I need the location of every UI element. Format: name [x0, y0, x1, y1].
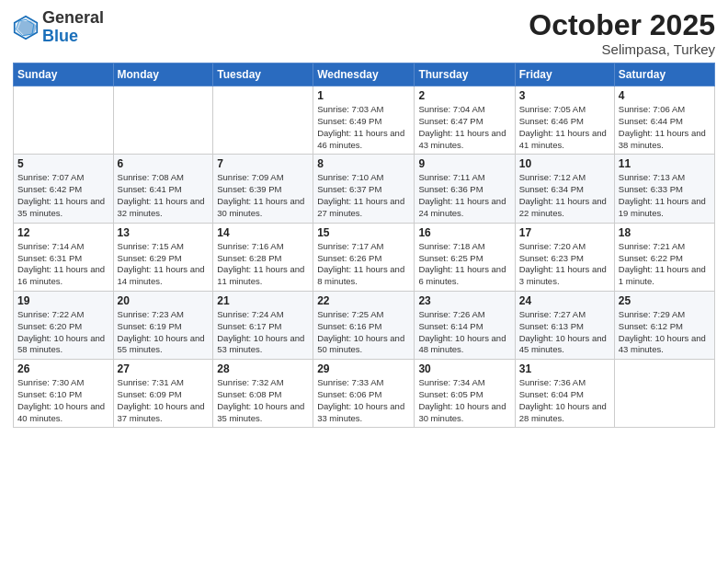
- day-info: Sunrise: 7:14 AM Sunset: 6:31 PM Dayligh…: [17, 241, 109, 288]
- day-cell: 19Sunrise: 7:22 AM Sunset: 6:20 PM Dayli…: [14, 291, 114, 359]
- logo-blue: Blue: [42, 27, 78, 45]
- day-info: Sunrise: 7:21 AM Sunset: 6:22 PM Dayligh…: [619, 241, 711, 288]
- day-cell: 28Sunrise: 7:32 AM Sunset: 6:08 PM Dayli…: [213, 360, 313, 428]
- weekday-header-tuesday: Tuesday: [213, 63, 313, 86]
- day-number: 13: [118, 226, 210, 239]
- day-info: Sunrise: 7:34 AM Sunset: 6:05 PM Dayligh…: [418, 377, 510, 424]
- logo-text: General Blue: [42, 9, 104, 46]
- day-info: Sunrise: 7:10 AM Sunset: 6:37 PM Dayligh…: [317, 172, 410, 219]
- week-row-3: 12Sunrise: 7:14 AM Sunset: 6:31 PM Dayli…: [14, 223, 715, 291]
- week-row-5: 26Sunrise: 7:30 AM Sunset: 6:10 PM Dayli…: [14, 360, 715, 428]
- day-cell: 17Sunrise: 7:20 AM Sunset: 6:23 PM Dayli…: [515, 223, 614, 291]
- day-cell: 16Sunrise: 7:18 AM Sunset: 6:25 PM Dayli…: [415, 223, 515, 291]
- day-cell: 1Sunrise: 7:03 AM Sunset: 6:49 PM Daylig…: [313, 86, 415, 155]
- weekday-header-sunday: Sunday: [14, 63, 114, 86]
- day-info: Sunrise: 7:32 AM Sunset: 6:08 PM Dayligh…: [217, 377, 309, 424]
- day-cell: 5Sunrise: 7:07 AM Sunset: 6:42 PM Daylig…: [14, 155, 114, 223]
- day-info: Sunrise: 7:36 AM Sunset: 6:04 PM Dayligh…: [519, 377, 610, 424]
- day-info: Sunrise: 7:17 AM Sunset: 6:26 PM Dayligh…: [317, 241, 410, 288]
- day-info: Sunrise: 7:12 AM Sunset: 6:34 PM Dayligh…: [519, 172, 610, 219]
- day-cell: 11Sunrise: 7:13 AM Sunset: 6:33 PM Dayli…: [614, 155, 714, 223]
- day-info: Sunrise: 7:07 AM Sunset: 6:42 PM Dayligh…: [17, 172, 109, 219]
- day-cell: 30Sunrise: 7:34 AM Sunset: 6:05 PM Dayli…: [415, 360, 515, 428]
- day-number: 26: [17, 362, 109, 375]
- day-info: Sunrise: 7:23 AM Sunset: 6:19 PM Dayligh…: [118, 309, 210, 356]
- day-info: Sunrise: 7:24 AM Sunset: 6:17 PM Dayligh…: [217, 309, 309, 356]
- day-info: Sunrise: 7:15 AM Sunset: 6:29 PM Dayligh…: [118, 241, 210, 288]
- day-info: Sunrise: 7:16 AM Sunset: 6:28 PM Dayligh…: [217, 241, 309, 288]
- day-cell: 12Sunrise: 7:14 AM Sunset: 6:31 PM Dayli…: [14, 223, 114, 291]
- day-cell: 8Sunrise: 7:10 AM Sunset: 6:37 PM Daylig…: [313, 155, 415, 223]
- day-cell: [14, 86, 114, 155]
- day-number: 19: [17, 294, 109, 307]
- day-cell: 13Sunrise: 7:15 AM Sunset: 6:29 PM Dayli…: [113, 223, 213, 291]
- day-cell: [113, 86, 213, 155]
- weekday-header-wednesday: Wednesday: [313, 63, 415, 86]
- day-cell: 26Sunrise: 7:30 AM Sunset: 6:10 PM Dayli…: [14, 360, 114, 428]
- day-info: Sunrise: 7:27 AM Sunset: 6:13 PM Dayligh…: [519, 309, 610, 356]
- day-cell: 9Sunrise: 7:11 AM Sunset: 6:36 PM Daylig…: [415, 155, 515, 223]
- day-number: 25: [619, 294, 711, 307]
- week-row-4: 19Sunrise: 7:22 AM Sunset: 6:20 PM Dayli…: [14, 291, 715, 359]
- day-number: 8: [317, 157, 410, 170]
- day-info: Sunrise: 7:09 AM Sunset: 6:39 PM Dayligh…: [217, 172, 309, 219]
- day-number: 1: [317, 89, 410, 102]
- day-info: Sunrise: 7:26 AM Sunset: 6:14 PM Dayligh…: [418, 309, 510, 356]
- day-number: 20: [118, 294, 210, 307]
- logo-icon: [13, 15, 39, 40]
- day-info: Sunrise: 7:03 AM Sunset: 6:49 PM Dayligh…: [317, 104, 410, 151]
- weekday-header-row: SundayMondayTuesdayWednesdayThursdayFrid…: [14, 63, 715, 86]
- weekday-header-friday: Friday: [515, 63, 614, 86]
- month-title: October 2025: [529, 9, 715, 41]
- day-info: Sunrise: 7:05 AM Sunset: 6:46 PM Dayligh…: [519, 104, 610, 151]
- day-number: 27: [118, 362, 210, 375]
- day-number: 21: [217, 294, 309, 307]
- day-number: 22: [317, 294, 410, 307]
- week-row-1: 1Sunrise: 7:03 AM Sunset: 6:49 PM Daylig…: [14, 86, 715, 155]
- day-cell: 6Sunrise: 7:08 AM Sunset: 6:41 PM Daylig…: [113, 155, 213, 223]
- day-number: 6: [118, 157, 210, 170]
- logo: General Blue: [13, 9, 104, 46]
- weekday-header-thursday: Thursday: [415, 63, 515, 86]
- day-info: Sunrise: 7:22 AM Sunset: 6:20 PM Dayligh…: [17, 309, 109, 356]
- page: General Blue October 2025 Selimpasa, Tur…: [0, 0, 728, 563]
- day-number: 16: [418, 226, 510, 239]
- day-info: Sunrise: 7:25 AM Sunset: 6:16 PM Dayligh…: [317, 309, 410, 356]
- day-cell: 15Sunrise: 7:17 AM Sunset: 6:26 PM Dayli…: [313, 223, 415, 291]
- logo-general: General: [42, 8, 104, 27]
- day-cell: 21Sunrise: 7:24 AM Sunset: 6:17 PM Dayli…: [213, 291, 313, 359]
- day-info: Sunrise: 7:31 AM Sunset: 6:09 PM Dayligh…: [118, 377, 210, 424]
- day-info: Sunrise: 7:20 AM Sunset: 6:23 PM Dayligh…: [519, 241, 610, 288]
- weekday-header-monday: Monday: [113, 63, 213, 86]
- day-cell: 27Sunrise: 7:31 AM Sunset: 6:09 PM Dayli…: [113, 360, 213, 428]
- day-cell: 23Sunrise: 7:26 AM Sunset: 6:14 PM Dayli…: [415, 291, 515, 359]
- day-number: 17: [519, 226, 610, 239]
- day-info: Sunrise: 7:29 AM Sunset: 6:12 PM Dayligh…: [619, 309, 711, 356]
- day-number: 7: [217, 157, 309, 170]
- day-cell: 7Sunrise: 7:09 AM Sunset: 6:39 PM Daylig…: [213, 155, 313, 223]
- day-cell: 14Sunrise: 7:16 AM Sunset: 6:28 PM Dayli…: [213, 223, 313, 291]
- day-number: 29: [317, 362, 410, 375]
- day-number: 18: [619, 226, 711, 239]
- day-cell: [213, 86, 313, 155]
- day-cell: 3Sunrise: 7:05 AM Sunset: 6:46 PM Daylig…: [515, 86, 614, 155]
- day-number: 31: [519, 362, 610, 375]
- day-number: 10: [519, 157, 610, 170]
- day-cell: 20Sunrise: 7:23 AM Sunset: 6:19 PM Dayli…: [113, 291, 213, 359]
- day-info: Sunrise: 7:13 AM Sunset: 6:33 PM Dayligh…: [619, 172, 711, 219]
- day-info: Sunrise: 7:06 AM Sunset: 6:44 PM Dayligh…: [619, 104, 711, 151]
- day-cell: 24Sunrise: 7:27 AM Sunset: 6:13 PM Dayli…: [515, 291, 614, 359]
- day-cell: 22Sunrise: 7:25 AM Sunset: 6:16 PM Dayli…: [313, 291, 415, 359]
- day-number: 14: [217, 226, 309, 239]
- day-cell: 25Sunrise: 7:29 AM Sunset: 6:12 PM Dayli…: [614, 291, 714, 359]
- day-cell: 18Sunrise: 7:21 AM Sunset: 6:22 PM Dayli…: [614, 223, 714, 291]
- weekday-header-saturday: Saturday: [614, 63, 714, 86]
- day-number: 9: [418, 157, 510, 170]
- day-info: Sunrise: 7:33 AM Sunset: 6:06 PM Dayligh…: [317, 377, 410, 424]
- day-number: 23: [418, 294, 510, 307]
- day-number: 11: [619, 157, 711, 170]
- title-block: October 2025 Selimpasa, Turkey: [529, 9, 715, 57]
- day-info: Sunrise: 7:11 AM Sunset: 6:36 PM Dayligh…: [418, 172, 510, 219]
- day-info: Sunrise: 7:04 AM Sunset: 6:47 PM Dayligh…: [418, 104, 510, 151]
- day-number: 24: [519, 294, 610, 307]
